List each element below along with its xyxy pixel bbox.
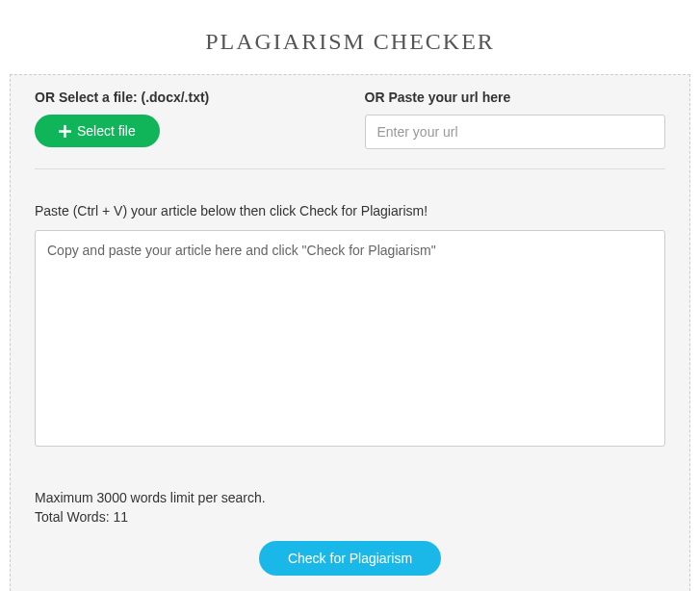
plus-icon <box>59 125 71 138</box>
url-input[interactable] <box>365 115 666 149</box>
file-select-section: OR Select a file: (.docx/.txt) Select fi… <box>35 90 336 149</box>
top-row: OR Select a file: (.docx/.txt) Select fi… <box>35 90 665 169</box>
select-file-button[interactable]: Select file <box>35 115 160 147</box>
select-file-button-label: Select file <box>77 123 136 139</box>
article-textarea[interactable] <box>35 230 665 447</box>
check-plagiarism-button[interactable]: Check for Plagiarism <box>259 541 441 576</box>
total-words-info: Total Words: 11 <box>35 508 665 527</box>
check-button-wrap: Check for Plagiarism <box>35 541 665 576</box>
main-panel: OR Select a file: (.docx/.txt) Select fi… <box>10 74 690 591</box>
file-select-label: OR Select a file: (.docx/.txt) <box>35 90 336 105</box>
info-section: Maximum 3000 words limit per search. Tot… <box>35 489 665 527</box>
max-words-info: Maximum 3000 words limit per search. <box>35 489 665 508</box>
page-container: PLAGIARISM CHECKER OR Select a file: (.d… <box>0 0 700 591</box>
page-title: PLAGIARISM CHECKER <box>10 0 690 74</box>
article-label: Paste (Ctrl + V) your article below then… <box>35 203 665 218</box>
url-section: OR Paste your url here <box>365 90 666 149</box>
url-label: OR Paste your url here <box>365 90 666 105</box>
